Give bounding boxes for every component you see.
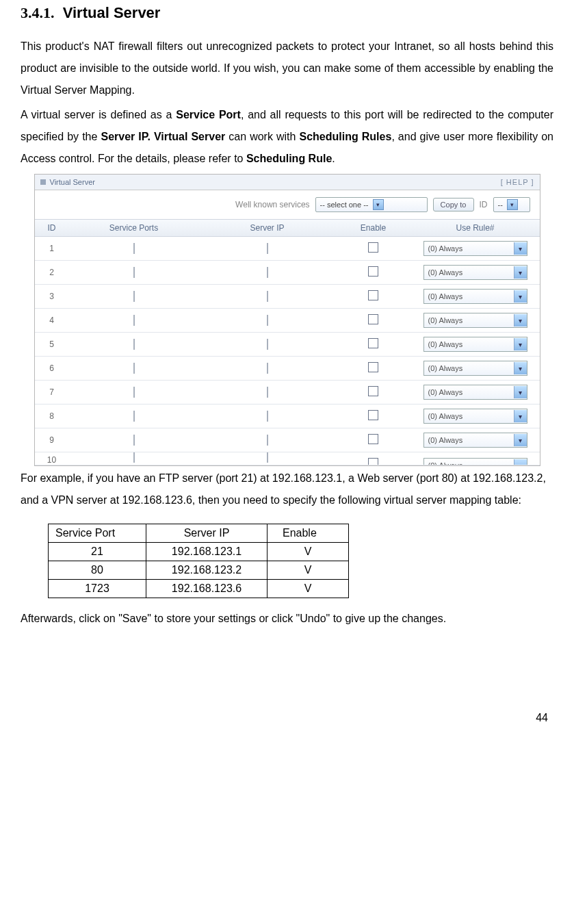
id-select[interactable]: -- ▾ (493, 197, 530, 212)
enable-checkbox[interactable] (368, 314, 378, 324)
service-port-input[interactable] (133, 291, 135, 302)
table-row: 3 (0) Always ▾ (35, 285, 540, 309)
table-row: 1 (0) Always ▾ (35, 237, 540, 261)
server-ip-input[interactable] (267, 363, 268, 374)
bold-scheduling-rule: Scheduling Rule (246, 153, 332, 164)
enable-checkbox[interactable] (368, 434, 378, 444)
service-port-input[interactable] (133, 315, 135, 326)
select-value: (0) Always (424, 340, 514, 348)
select-value: -- (498, 201, 503, 209)
row-id: 4 (35, 316, 69, 325)
server-ip-input[interactable] (267, 315, 268, 326)
chevron-down-icon: ▾ (514, 242, 527, 255)
chevron-down-icon: ▾ (514, 338, 527, 350)
well-known-select[interactable]: -- select one -- ▾ (315, 197, 428, 212)
enable-checkbox[interactable] (368, 458, 378, 465)
section-heading: 3.4.1. Virtual Server (21, 4, 553, 22)
row-id: 7 (35, 387, 69, 397)
server-ip-input[interactable] (267, 452, 268, 463)
col-server-ip-header: Server IP (199, 223, 336, 233)
header-icon (40, 179, 46, 185)
server-ip-input[interactable] (267, 435, 268, 446)
server-ip-input[interactable] (267, 339, 268, 350)
panel-header: Virtual Server [ HELP ] (35, 175, 540, 190)
table-row: 80 192.168.123.2 V (49, 561, 349, 580)
service-port-input[interactable] (133, 267, 135, 278)
service-port-input[interactable] (133, 243, 135, 254)
enable-checkbox[interactable] (368, 242, 378, 253)
cell-ip: 192.168.123.2 (146, 561, 268, 580)
id-label: ID (480, 200, 488, 209)
row-id: 5 (35, 339, 69, 349)
col-server-ip: Server IP (146, 524, 268, 543)
enable-checkbox[interactable] (368, 266, 378, 277)
row-id: 3 (35, 292, 69, 301)
row-id: 9 (35, 435, 69, 445)
copy-to-button[interactable]: Copy to (433, 198, 474, 211)
heading-title: Virtual Server (63, 4, 161, 21)
select-value: (0) Always (424, 268, 514, 277)
use-rule-select[interactable]: (0) Always ▾ (423, 361, 527, 376)
chevron-down-icon: ▾ (514, 434, 527, 446)
chevron-down-icon: ▾ (514, 290, 527, 303)
table-row: 10 (0) Always ▾ (35, 452, 540, 465)
service-port-input[interactable] (133, 339, 135, 350)
use-rule-select[interactable]: (0) Always ▾ (423, 241, 527, 256)
enable-checkbox[interactable] (368, 290, 378, 300)
chevron-down-icon: ▾ (507, 199, 518, 210)
service-port-input[interactable] (133, 452, 135, 463)
server-ip-input[interactable] (267, 387, 268, 398)
server-ip-input[interactable] (267, 243, 268, 254)
paragraph-2: For example, if you have an FTP server (… (21, 467, 553, 511)
use-rule-select[interactable]: (0) Always ▾ (423, 458, 527, 465)
chevron-down-icon: ▾ (514, 266, 527, 279)
use-rule-select[interactable]: (0) Always ▾ (423, 265, 527, 280)
select-value: (0) Always (424, 461, 514, 465)
cell-port: 21 (49, 543, 146, 561)
col-service-ports-header: Service Ports (69, 223, 199, 233)
use-rule-select[interactable]: (0) Always ▾ (423, 313, 527, 328)
bold-scheduling-rules: Scheduling Rules (300, 131, 392, 142)
use-rule-select[interactable]: (0) Always ▾ (423, 409, 527, 424)
use-rule-select[interactable]: (0) Always ▾ (423, 433, 527, 448)
service-port-input[interactable] (133, 387, 135, 398)
select-value: (0) Always (424, 388, 514, 396)
heading-number: 3.4.1. (21, 4, 55, 21)
server-ip-input[interactable] (267, 291, 268, 302)
use-rule-select[interactable]: (0) Always ▾ (423, 289, 527, 304)
server-ip-input[interactable] (267, 411, 268, 422)
row-id: 10 (35, 452, 69, 465)
cell-ip: 192.168.123.1 (146, 543, 268, 561)
chevron-down-icon: ▾ (514, 314, 527, 326)
enable-checkbox[interactable] (368, 386, 378, 396)
mapping-table: Service Port Server IP Enable 21 192.168… (48, 524, 349, 598)
service-port-input[interactable] (133, 363, 135, 374)
select-value: (0) Always (424, 316, 514, 324)
bold-server-ip-virtual-server: Server IP. Virtual Server (101, 131, 225, 142)
use-rule-select[interactable]: (0) Always ▾ (423, 337, 527, 352)
col-enable-header: Enable (336, 223, 411, 233)
service-port-input[interactable] (133, 411, 135, 422)
cell-enable: V (268, 580, 349, 598)
chevron-down-icon: ▾ (514, 386, 527, 398)
service-port-input[interactable] (133, 435, 135, 446)
table-row: 5 (0) Always ▾ (35, 333, 540, 357)
help-link[interactable]: [ HELP ] (501, 178, 534, 186)
cell-enable: V (268, 543, 349, 561)
server-ip-input[interactable] (267, 267, 268, 278)
col-id-header: ID (35, 223, 69, 233)
col-use-rule-header: Use Rule# (411, 223, 540, 233)
enable-checkbox[interactable] (368, 362, 378, 372)
table-row: 2 (0) Always ▾ (35, 261, 540, 285)
cell-port: 80 (49, 561, 146, 580)
use-rule-select[interactable]: (0) Always ▾ (423, 385, 527, 400)
chevron-down-icon: ▾ (373, 199, 384, 210)
enable-checkbox[interactable] (368, 338, 378, 348)
paragraph-1a: This product's NAT firewall filters out … (21, 36, 553, 101)
col-service-port: Service Port (49, 524, 146, 543)
text: A virtual server is defined as a (21, 109, 176, 120)
select-value: -- select one -- (320, 201, 369, 209)
enable-checkbox[interactable] (368, 410, 378, 420)
table-header-row: ID Service Ports Server IP Enable Use Ru… (35, 219, 540, 237)
chevron-down-icon: ▾ (514, 459, 527, 465)
